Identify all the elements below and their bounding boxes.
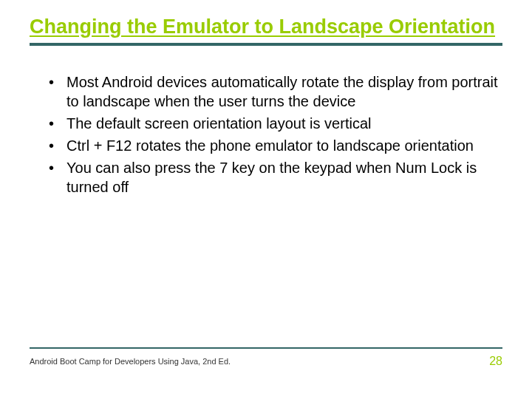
title-divider bbox=[30, 43, 502, 46]
list-item: Most Android devices automatically rotat… bbox=[44, 72, 502, 111]
list-item: You can also press the 7 key on the keyp… bbox=[44, 158, 502, 197]
page-number: 28 bbox=[489, 355, 502, 368]
bullet-list: Most Android devices automatically rotat… bbox=[30, 72, 502, 197]
footer-divider bbox=[30, 347, 502, 349]
list-item: Ctrl + F12 rotates the phone emulator to… bbox=[44, 136, 502, 155]
list-item: The default screen orientation layout is… bbox=[44, 114, 502, 133]
footer: Android Boot Camp for Developers Using J… bbox=[30, 347, 502, 368]
slide-title: Changing the Emulator to Landscape Orien… bbox=[30, 15, 502, 40]
footer-text: Android Boot Camp for Developers Using J… bbox=[30, 357, 231, 366]
